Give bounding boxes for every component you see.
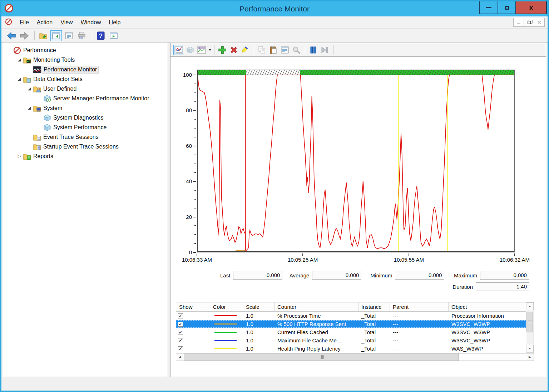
- legend-column-header-counter[interactable]: Counter: [274, 302, 358, 311]
- tree-item-event-trace-sessions[interactable]: 1001Event Trace Sessions: [3, 132, 168, 142]
- hscroll-track[interactable]: [459, 353, 526, 361]
- pause-icon[interactable]: [308, 45, 318, 55]
- show-checkbox[interactable]: ✓: [178, 338, 183, 343]
- print-icon[interactable]: [76, 30, 88, 41]
- tree-item-label[interactable]: System Diagnostics: [52, 114, 105, 121]
- copy-icon[interactable]: [257, 45, 267, 55]
- tree-item-label[interactable]: System Performance: [52, 124, 108, 131]
- parent-cell: ---: [390, 321, 449, 327]
- show-checkbox[interactable]: ✓: [178, 313, 183, 318]
- graph-type-icon[interactable]: [196, 45, 207, 55]
- legend-horizontal-scrollbar[interactable]: ◀ ▶: [176, 353, 534, 361]
- minimize-button[interactable]: [480, 1, 498, 14]
- tree-item-system-performance[interactable]: System Performance: [3, 122, 168, 132]
- console-tree-icon[interactable]: [50, 30, 62, 41]
- tree-item-user-defined[interactable]: ◢User Defined: [3, 84, 168, 94]
- menu-help[interactable]: Help: [105, 18, 125, 27]
- tree-item-label[interactable]: Data Collector Sets: [32, 76, 84, 83]
- tree-item-label[interactable]: Server Manager Performance Monitor: [52, 95, 151, 102]
- legend-column-header-instance[interactable]: Instance: [358, 302, 390, 311]
- legend-column-header-show[interactable]: Show: [176, 302, 210, 311]
- menu-action[interactable]: Action: [33, 18, 56, 27]
- tree-item-startup-event-trace-sessions[interactable]: 1001Startup Event Trace Sessions: [3, 142, 168, 151]
- scroll-right-button[interactable]: ▶: [526, 353, 534, 361]
- delete-icon[interactable]: [228, 45, 239, 55]
- tree-item-system[interactable]: ◢System: [3, 103, 168, 113]
- tree-item-server-manager-performance-monitor[interactable]: Server Manager Performance Monitor: [3, 94, 168, 103]
- tree-item-label[interactable]: Event Trace Sessions: [42, 134, 100, 141]
- menu-file[interactable]: File: [16, 18, 33, 27]
- svg-text:?: ?: [99, 32, 103, 39]
- toolbar-separator: [254, 45, 254, 55]
- duration-row: Duration 1:40: [197, 282, 529, 291]
- legend-counter-row[interactable]: ✓1.0% 500 HTTP Response Sent_Total---W3S…: [176, 320, 526, 328]
- scroll-down-button[interactable]: ▼: [526, 345, 534, 353]
- magnifier-icon[interactable]: [291, 45, 302, 55]
- add-icon[interactable]: [217, 45, 228, 55]
- collapse-arrow-icon[interactable]: ◢: [26, 106, 33, 110]
- folder-monitor-icon: [33, 104, 42, 112]
- object-cell: WAS_W3WP: [449, 346, 526, 352]
- tree-item-monitoring-tools[interactable]: ◢Monitoring Tools: [3, 55, 168, 65]
- tree-item-label[interactable]: System: [42, 105, 64, 112]
- window-controls: x: [479, 1, 547, 14]
- export-folder-icon[interactable]: [38, 30, 49, 41]
- menu-view[interactable]: View: [56, 18, 76, 27]
- tree-item-label[interactable]: Reports: [32, 153, 55, 160]
- chart-view-icon[interactable]: [173, 45, 184, 55]
- show-checkbox[interactable]: ✓: [178, 322, 183, 327]
- show-cell: ✓: [176, 313, 210, 318]
- highlight-icon[interactable]: [240, 45, 251, 55]
- legend-counter-row[interactable]: ✓1.0Current Files Cached_Total---W3SVC_W…: [176, 328, 526, 336]
- graph-type-dropdown-arrow-icon[interactable]: ▼: [208, 48, 212, 52]
- legend-column-header-parent[interactable]: Parent: [390, 302, 449, 311]
- show-checkbox[interactable]: ✓: [178, 330, 183, 335]
- collapse-arrow-icon[interactable]: ◢: [26, 86, 33, 91]
- parent-cell: ---: [390, 337, 449, 343]
- new-window-icon[interactable]: [108, 30, 119, 41]
- tree-item-reports[interactable]: ▷Reports: [3, 151, 168, 161]
- child-minimize-button[interactable]: [513, 18, 524, 27]
- maximize-button[interactable]: [498, 1, 515, 14]
- legend-vertical-scrollbar[interactable]: ▲ ▼: [526, 302, 534, 353]
- properties-dialog-icon[interactable]: [63, 30, 75, 41]
- legend-column-header-scale[interactable]: Scale: [243, 302, 274, 311]
- step-icon[interactable]: [319, 45, 330, 55]
- counter-cell: Maximum File Cache Me...: [274, 337, 358, 343]
- tree-item-performance-monitor[interactable]: Performance Monitor: [3, 65, 168, 74]
- y-axis-tick: [194, 190, 196, 191]
- show-cell: ✓: [176, 338, 210, 343]
- help-icon[interactable]: ?: [95, 30, 107, 41]
- collapse-arrow-icon[interactable]: ◢: [16, 57, 23, 62]
- legend-counter-row[interactable]: ✓1.0Maximum File Cache Me..._Total---W3S…: [176, 336, 526, 345]
- scroll-up-button[interactable]: ▲: [526, 302, 534, 310]
- y-axis-tick: [194, 234, 196, 235]
- tree-item-label[interactable]: Performance: [22, 47, 58, 54]
- tree-item-performance[interactable]: Performance: [3, 45, 168, 55]
- show-checkbox[interactable]: ✓: [178, 346, 183, 351]
- props-icon[interactable]: [280, 45, 290, 55]
- tree-item-data-collector-sets[interactable]: ◢Data Collector Sets: [3, 74, 168, 84]
- expand-arrow-icon[interactable]: ▷: [16, 154, 23, 159]
- tree-item-system-diagnostics[interactable]: System Diagnostics: [3, 113, 168, 122]
- forward-icon[interactable]: [19, 30, 30, 41]
- menu-window[interactable]: Window: [77, 18, 105, 27]
- collapse-arrow-icon[interactable]: ◢: [16, 77, 23, 81]
- back-icon[interactable]: [6, 30, 17, 41]
- child-close-button[interactable]: ✕: [534, 18, 545, 27]
- legend-column-header-color[interactable]: Color: [210, 302, 243, 311]
- legend-counter-row[interactable]: ✓1.0% Processor Time_Total---Processor I…: [176, 312, 526, 320]
- vscroll-thumb[interactable]: [526, 312, 533, 332]
- tree-item-label[interactable]: User Defined: [42, 85, 78, 92]
- legend-column-header-object[interactable]: Object: [449, 302, 526, 311]
- close-button[interactable]: x: [515, 1, 546, 14]
- hscroll-thumb[interactable]: [184, 353, 459, 361]
- paste-icon[interactable]: [268, 45, 279, 55]
- log-cube-icon[interactable]: [185, 45, 196, 55]
- legend-counter-row[interactable]: ✓1.0Health Ping Reply Latency_Total---WA…: [176, 345, 526, 353]
- scroll-left-button[interactable]: ◀: [176, 353, 184, 361]
- tree-item-label[interactable]: Performance Monitor: [42, 66, 99, 74]
- child-restore-button[interactable]: [524, 18, 534, 27]
- tree-item-label[interactable]: Monitoring Tools: [32, 56, 76, 64]
- tree-item-label[interactable]: Startup Event Trace Sessions: [42, 143, 120, 150]
